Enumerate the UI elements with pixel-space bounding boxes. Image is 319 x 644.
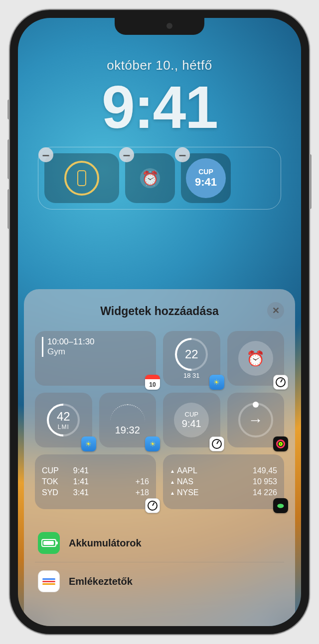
remove-widget-button[interactable]: –	[175, 147, 190, 162]
sunset-time: 19:32	[115, 425, 140, 436]
add-widgets-sheet: Widgetek hozzáadása ✕ 10:00–11:30 Gym 10	[24, 289, 295, 626]
close-icon: ✕	[272, 305, 280, 316]
app-row-batteries[interactable]: Akkumulátorok	[35, 524, 284, 562]
widget-calendar[interactable]: 10:00–11:30 Gym 10	[35, 331, 156, 386]
widget-air-quality[interactable]: 42 LMI ☀︎	[35, 393, 92, 447]
weather-app-icon: ☀︎	[81, 436, 96, 451]
aqi-value: 42	[57, 410, 70, 424]
widget-stocks[interactable]: ▲AAPL 149,45 ▲NAS 10 953 ▲NYSE 14 226 ⬬	[163, 454, 284, 509]
temp-value: 22	[185, 347, 198, 361]
clock-app-icon	[209, 436, 224, 451]
alarm-circle: ⏰	[238, 341, 273, 376]
remove-widget-button[interactable]: –	[38, 147, 53, 162]
city-label: SYD	[42, 488, 63, 497]
sheet-title: Widgetek hozzáadása	[100, 305, 219, 318]
lock-screen-header: október 10., hétfő 9:41	[18, 18, 301, 137]
widget-worldclock-single[interactable]: CUP 9:41	[163, 393, 220, 447]
offset-label	[94, 466, 149, 475]
offset-label: +16	[94, 477, 149, 486]
ticker-label: NYSE	[177, 488, 199, 497]
widget-fitness[interactable]: →	[227, 393, 285, 447]
clock-label: 9:41	[18, 77, 301, 137]
city-label: CUP	[42, 466, 63, 475]
weather-app-icon: ☀︎	[209, 375, 224, 390]
gauge-icon: 22	[168, 331, 215, 377]
app-label: Akkumulátorok	[69, 537, 142, 549]
weather-app-icon: ☀︎	[145, 436, 160, 451]
findmy-icon	[64, 161, 99, 196]
event-name: Gym	[47, 347, 95, 357]
price-label: 10 953	[198, 477, 277, 486]
app-label: Emlékeztetők	[69, 576, 133, 587]
battery-icon	[38, 532, 60, 554]
widget-slot-alarm[interactable]: – ⏰	[125, 153, 175, 203]
widget-worldclock-list[interactable]: CUP 9:41 TOK 1:41 +16 SYD 3:41 +18	[35, 454, 156, 509]
time-label: 9:41	[195, 176, 217, 189]
clock-app-icon	[145, 498, 160, 513]
widget-weather-temp[interactable]: 22 18 31 ☀︎	[163, 331, 220, 386]
fitness-app-icon	[273, 436, 288, 451]
ticker-label: AAPL	[177, 466, 197, 475]
app-list: Akkumulátorok Emlékeztetők	[35, 524, 284, 600]
up-icon: ▲	[170, 468, 175, 474]
city-label: CUP	[185, 411, 198, 418]
widget-slot-worldclock[interactable]: – CUP 9:41	[181, 153, 231, 203]
remove-widget-button[interactable]: –	[119, 147, 134, 162]
app-row-reminders[interactable]: Emlékeztetők	[35, 562, 284, 600]
widget-slot-findmy[interactable]: –	[44, 153, 119, 203]
time-label: 3:41	[68, 488, 89, 497]
offset-label: +18	[94, 488, 149, 497]
phone-frame: október 10., hétfő 9:41 – – ⏰ – CUP 9:41	[10, 10, 309, 634]
arrow-icon: →	[248, 412, 263, 429]
time-label: 1:41	[68, 477, 89, 486]
up-icon: ▲	[170, 490, 175, 496]
time-label: 9:41	[68, 466, 89, 475]
stocks-app-icon: ⬬	[273, 498, 288, 513]
price-label: 14 226	[203, 488, 277, 497]
clock-app-icon	[273, 375, 288, 390]
activity-ring: →	[238, 403, 273, 437]
event-time: 10:00–11:30	[47, 337, 95, 347]
widget-slot-row[interactable]: – – ⏰ – CUP 9:41	[38, 147, 281, 210]
widget-suggestions-grid: 10:00–11:30 Gym 10 22 18 31	[35, 331, 284, 509]
calendar-app-icon: 10	[145, 375, 160, 390]
world-clock-widget: CUP 9:41	[186, 158, 226, 198]
widget-alarm[interactable]: ⏰	[227, 331, 285, 386]
ticker-label: NAS	[177, 477, 193, 486]
clock-circle: CUP 9:41	[174, 403, 209, 437]
aqi-label: LMI	[57, 424, 70, 430]
alarm-icon: ⏰	[246, 350, 265, 367]
city-label: CUP	[198, 168, 213, 176]
phone-icon	[77, 170, 86, 186]
notch	[115, 18, 204, 35]
date-label: október 10., hétfő	[18, 58, 301, 73]
temp-low: 18	[183, 372, 190, 379]
time-label: 9:41	[182, 418, 201, 429]
up-icon: ▲	[170, 479, 175, 485]
reminders-icon	[38, 570, 60, 592]
temp-high: 31	[192, 372, 199, 379]
gauge-icon: 42 LMI	[40, 397, 87, 443]
close-button[interactable]: ✕	[267, 302, 284, 319]
sheet-header: Widgetek hozzáadása ✕	[35, 300, 284, 322]
sun-arc-icon	[110, 404, 145, 422]
city-label: TOK	[42, 477, 63, 486]
price-label: 149,45	[202, 466, 277, 475]
widget-sunset[interactable]: 19:32 ☀︎	[99, 393, 157, 447]
alarm-icon: ⏰	[140, 168, 160, 188]
screen: október 10., hétfő 9:41 – – ⏰ – CUP 9:41	[18, 18, 301, 626]
